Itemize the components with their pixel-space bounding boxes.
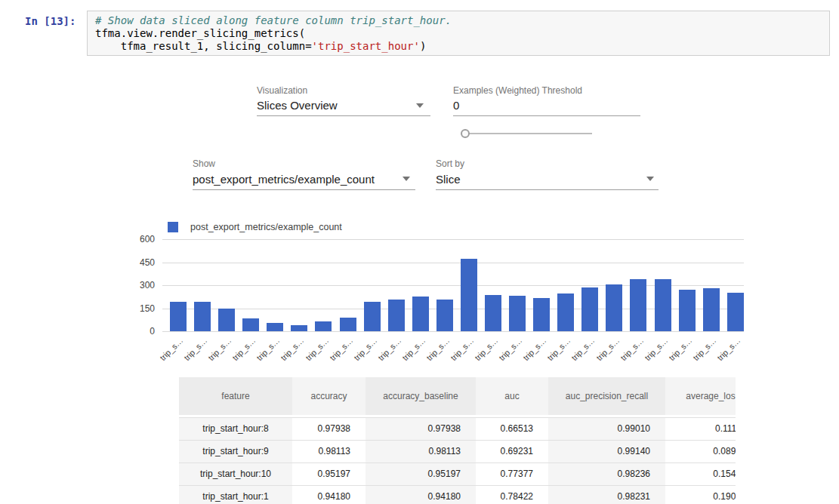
- visualization-underline: [257, 115, 430, 116]
- threshold-slider-handle[interactable]: [461, 129, 470, 138]
- show-chevron-down-icon[interactable]: [403, 177, 410, 181]
- metric-cell: 0.69231: [476, 441, 548, 463]
- metric-cell: 0.94180: [366, 486, 476, 504]
- metric-cell: 0.77377: [476, 463, 548, 485]
- bar[interactable]: [606, 284, 622, 331]
- code-string: 'trip_start_hour': [312, 40, 420, 52]
- metric-cell: 0.95197: [366, 463, 476, 485]
- sortby-chevron-down-icon[interactable]: [646, 177, 654, 181]
- threshold-slider-track[interactable]: [465, 133, 592, 134]
- table-header-row: featureaccuracyaccuracy_baselineaucauc_p…: [179, 377, 736, 415]
- bar[interactable]: [388, 300, 405, 331]
- metric-cell: 0.99140: [548, 441, 665, 463]
- table-row[interactable]: trip_start_hour:100.951970.951970.773770…: [179, 463, 736, 485]
- code-line3-post: ): [420, 40, 426, 52]
- visualization-select[interactable]: Slices Overview: [257, 99, 338, 112]
- metric-cell: 0.95197: [292, 463, 366, 485]
- legend-label: post_export_metrics/example_count: [190, 222, 342, 232]
- bar[interactable]: [533, 298, 550, 331]
- table-row[interactable]: trip_start_hour:80.979380.979380.665130.…: [179, 417, 736, 440]
- feature-cell: trip_start_hour:8: [179, 418, 292, 440]
- visualization-label: Visualization: [257, 85, 307, 96]
- bar[interactable]: [364, 302, 381, 331]
- metric-cell: 0.98236: [548, 463, 665, 485]
- table-header-cell[interactable]: feature: [179, 377, 292, 415]
- table-header-cell[interactable]: auc: [476, 377, 548, 415]
- feature-cell: trip_start_hour:9: [179, 441, 292, 463]
- y-tick-label: 150: [121, 303, 155, 314]
- sortby-underline: [436, 189, 659, 190]
- visualization-chevron-down-icon[interactable]: [416, 103, 424, 108]
- chart-bars: [170, 239, 744, 331]
- code-line3-pre: tfma_result_1, slicing_column=: [95, 40, 312, 52]
- threshold-label: Examples (Weighted) Threshold: [453, 85, 582, 96]
- metric-cell: 0.97938: [366, 418, 476, 440]
- code-cell[interactable]: # Show data sliced along feature column …: [87, 11, 830, 56]
- metric-cell: 0.1901: [665, 486, 736, 504]
- table-header-cell[interactable]: accuracy_baseline: [366, 377, 476, 415]
- y-tick-label: 450: [121, 257, 155, 268]
- feature-cell: trip_start_hour:10: [179, 463, 292, 485]
- legend-swatch: [168, 222, 178, 232]
- threshold-input[interactable]: 0: [453, 99, 459, 112]
- notebook-page: In [13]: # Show data sliced along featur…: [0, 0, 839, 504]
- bar[interactable]: [340, 318, 356, 331]
- cell-prompt: In [13]:: [25, 15, 76, 27]
- bar[interactable]: [315, 321, 332, 331]
- bar[interactable]: [509, 296, 526, 331]
- bar[interactable]: [557, 293, 574, 331]
- table-header-cell[interactable]: auc_precision_recall: [548, 377, 665, 415]
- metric-cell: 0.94180: [292, 486, 366, 504]
- table-row[interactable]: trip_start_hour:10.941800.941800.784220.…: [179, 485, 736, 504]
- bar[interactable]: [485, 295, 501, 331]
- show-underline: [193, 189, 415, 190]
- bar[interactable]: [412, 297, 429, 331]
- table-body: trip_start_hour:80.979380.979380.665130.…: [179, 417, 736, 504]
- sortby-label: Sort by: [436, 158, 464, 169]
- bar[interactable]: [581, 287, 598, 331]
- bar[interactable]: [218, 309, 235, 332]
- bar[interactable]: [436, 300, 453, 331]
- feature-cell: trip_start_hour:1: [179, 486, 292, 504]
- metric-cell: 0.1111: [665, 418, 736, 440]
- bar[interactable]: [630, 279, 646, 331]
- table-header-cell[interactable]: average_los: [665, 377, 736, 415]
- y-tick-label: 0: [121, 326, 155, 337]
- threshold-underline: [453, 115, 640, 116]
- metric-cell: 0.98113: [366, 441, 476, 463]
- table-header-cell[interactable]: accuracy: [292, 377, 366, 415]
- bar[interactable]: [291, 325, 307, 331]
- metric-cell: 0.78422: [476, 486, 548, 504]
- metrics-table: featureaccuracyaccuracy_baselineaucauc_p…: [179, 377, 736, 504]
- bar[interactable]: [267, 323, 283, 331]
- metric-cell: 0.0892: [665, 441, 736, 463]
- metric-cell: 0.99010: [548, 418, 665, 440]
- bar[interactable]: [242, 318, 259, 331]
- code-line2: tfma.view.render_slicing_metrics(: [95, 27, 305, 39]
- metric-cell: 0.98231: [548, 486, 665, 504]
- code-comment: # Show data sliced along feature column …: [95, 14, 452, 26]
- bar[interactable]: [679, 290, 696, 331]
- sortby-select[interactable]: Slice: [436, 173, 461, 186]
- bar[interactable]: [703, 288, 720, 331]
- bar[interactable]: [170, 302, 187, 331]
- bar[interactable]: [655, 279, 671, 331]
- bar[interactable]: [194, 302, 211, 331]
- table-row[interactable]: trip_start_hour:90.981130.981130.692310.…: [179, 440, 736, 463]
- metric-cell: 0.66513: [476, 418, 548, 440]
- y-tick-label: 300: [121, 280, 155, 290]
- metric-cell: 0.97938: [292, 418, 366, 440]
- bar[interactable]: [727, 293, 744, 331]
- show-select[interactable]: post_export_metrics/example_count: [193, 173, 375, 186]
- bar[interactable]: [461, 259, 477, 331]
- metric-cell: 0.1541: [665, 463, 736, 485]
- metric-cell: 0.98113: [292, 441, 366, 463]
- show-label: Show: [193, 158, 215, 169]
- gridline: [162, 331, 744, 332]
- y-tick-label: 600: [121, 234, 155, 244]
